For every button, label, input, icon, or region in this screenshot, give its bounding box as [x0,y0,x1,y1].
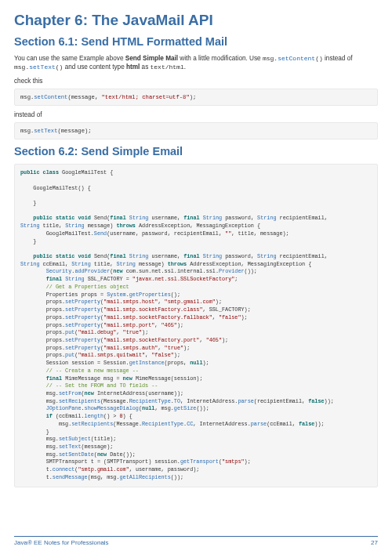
footer-page-number: 27 [371,539,378,546]
chapter-title: Chapter 6: The JavaMail API [14,12,378,29]
section-62-title: Section 6.2: Send Simple Email [14,145,378,158]
section-61-title: Section 6.1: Send HTML Formatted Mail [14,35,378,48]
intro-paragraph: You can use the same Example above Send … [14,54,378,72]
footer-book-title: Java® EE Notes for Professionals [14,539,109,546]
code-setcontent: msg.setContent(message, "text/html; char… [14,89,378,106]
code-googlemailtest: public class GoogleMailTest { GoogleMail… [14,164,378,487]
check-this-label: check this [14,78,378,85]
instead-of-label: instead of [14,111,378,118]
code-settext: msg.setText(message); [14,122,378,139]
page-footer: Java® EE Notes for Professionals 27 [14,536,378,546]
